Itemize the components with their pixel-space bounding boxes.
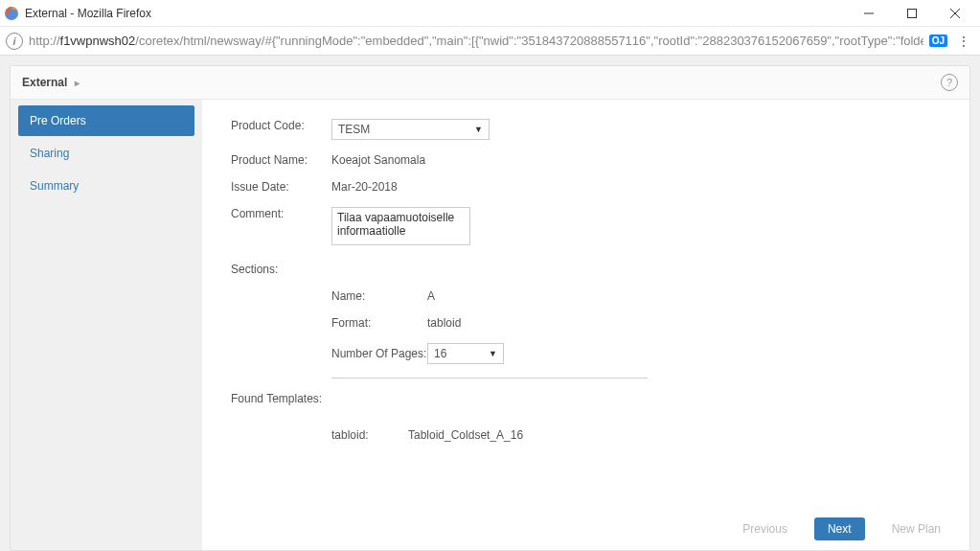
label-section-name: Name:	[331, 289, 427, 303]
address-more-icon[interactable]: ⋮	[953, 34, 974, 49]
sections-block: Name: A Format: tabloid Number Of Pages:…	[331, 289, 648, 379]
sidebar-item-summary[interactable]: Summary	[18, 171, 194, 201]
row-section-pages: Number Of Pages: 16 ▼	[331, 343, 648, 364]
chevron-down-icon: ▼	[474, 125, 483, 134]
templates-block: tabloid: Tabloid_Coldset_A_16	[331, 428, 941, 442]
row-section-name: Name: A	[331, 289, 648, 303]
label-comment: Comment:	[231, 207, 331, 220]
label-product-name: Product Name:	[231, 153, 331, 167]
label-sections: Sections:	[231, 263, 331, 276]
main-card: External ▸ ? Pre Orders Sharing Summary	[10, 65, 970, 551]
sidebar-item-sharing[interactable]: Sharing	[18, 138, 194, 169]
page-area: External ▸ ? Pre Orders Sharing Summary	[0, 56, 980, 551]
url-display[interactable]: http://f1vwpnwsh02/coretex/html/newsway/…	[29, 34, 923, 48]
row-issue-date: Issue Date: Mar-20-2018	[231, 180, 941, 194]
svg-rect-2	[907, 9, 916, 17]
chevron-right-icon: ▸	[75, 78, 80, 88]
maximize-button[interactable]	[890, 0, 933, 27]
breadcrumb[interactable]: External ▸	[22, 76, 80, 89]
product-name-value: Koeajot Sanomala	[331, 153, 425, 167]
footer-actions: Previous Next New Plan	[729, 517, 954, 540]
label-section-format: Format:	[331, 316, 427, 330]
window-title: External - Mozilla Firefox	[25, 7, 847, 20]
issue-date-value: Mar-20-2018	[331, 180, 398, 194]
label-product-code: Product Code:	[231, 119, 331, 132]
template-row: tabloid: Tabloid_Coldset_A_16	[331, 428, 941, 442]
product-code-value: TESM	[338, 123, 370, 136]
url-prefix: http://	[29, 34, 60, 48]
card-body: Pre Orders Sharing Summary Product Code:…	[11, 100, 969, 550]
next-button[interactable]: Next	[814, 517, 865, 540]
window-controls	[847, 0, 976, 27]
sidebar-item-label: Pre Orders	[30, 114, 86, 127]
sidebar-item-label: Summary	[30, 179, 79, 193]
breadcrumb-label: External	[22, 76, 67, 89]
section-format-value: tabloid	[427, 316, 461, 330]
section-divider	[331, 378, 648, 379]
card-header: External ▸ ?	[11, 66, 969, 100]
close-button[interactable]	[933, 0, 976, 27]
num-pages-select[interactable]: 16 ▼	[427, 343, 504, 364]
row-product-name: Product Name: Koeajot Sanomala	[231, 153, 941, 167]
new-plan-button[interactable]: New Plan	[878, 517, 954, 540]
form-area: Product Code: TESM ▼ Product Name: Koeaj…	[202, 100, 969, 550]
sidebar-item-label: Sharing	[30, 147, 69, 160]
url-host: f1vwpnwsh02	[60, 34, 136, 48]
row-comment: Comment: Tilaa vapaamuotoiselle informaa…	[231, 207, 941, 245]
template-value: Tabloid_Coldset_A_16	[408, 428, 523, 442]
num-pages-value: 16	[434, 347, 446, 360]
previous-button[interactable]: Previous	[729, 517, 801, 540]
firefox-icon	[4, 6, 19, 21]
row-sections-heading: Sections:	[231, 263, 941, 276]
row-section-format: Format: tabloid	[331, 316, 648, 330]
address-bar: i http://f1vwpnwsh02/coretex/html/newswa…	[0, 27, 980, 56]
row-product-code: Product Code: TESM ▼	[231, 119, 941, 140]
chevron-down-icon: ▼	[489, 349, 497, 358]
label-issue-date: Issue Date:	[231, 180, 331, 194]
comment-textarea[interactable]: Tilaa vapaamuotoiselle informaatiolle	[331, 207, 470, 245]
label-section-pages: Number Of Pages:	[331, 347, 427, 360]
url-path: /coretex/html/newsway/#{"runningMode":"e…	[135, 34, 923, 48]
minimize-button[interactable]	[847, 0, 890, 27]
sidebar-item-pre-orders[interactable]: Pre Orders	[18, 105, 194, 136]
label-found-templates: Found Templates:	[231, 392, 355, 405]
site-info-icon[interactable]: i	[6, 33, 23, 50]
row-found-templates-heading: Found Templates:	[231, 392, 941, 405]
section-name-value: A	[427, 289, 435, 303]
extension-badge[interactable]: OJ	[929, 34, 947, 47]
template-format-label: tabloid:	[331, 428, 408, 442]
help-icon[interactable]: ?	[941, 74, 958, 91]
sidebar: Pre Orders Sharing Summary	[11, 100, 202, 550]
product-code-select[interactable]: TESM ▼	[331, 119, 490, 140]
window-titlebar: External - Mozilla Firefox	[0, 0, 980, 27]
